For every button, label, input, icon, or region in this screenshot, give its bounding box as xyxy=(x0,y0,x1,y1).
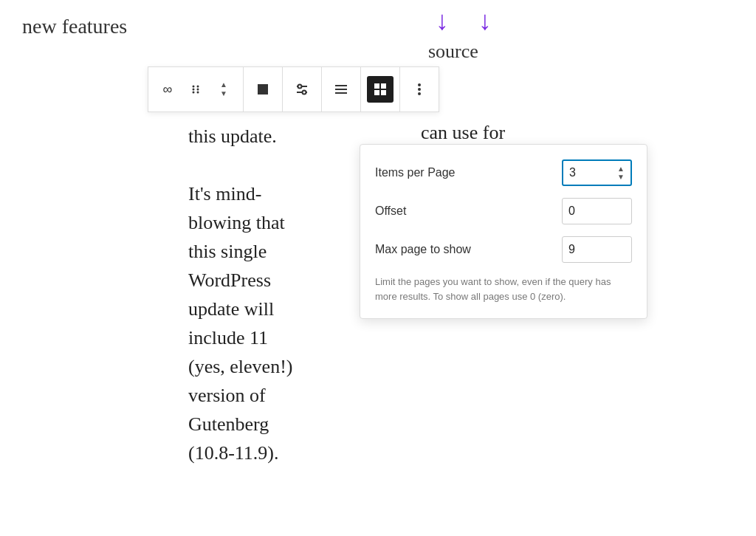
toolbar-group-3 xyxy=(283,67,322,111)
bg-text-left: new features xyxy=(0,0,354,53)
toolbar-group-6 xyxy=(400,67,439,111)
svg-point-2 xyxy=(193,92,195,94)
toolbar-group-1: ∞ ▲ ▼ xyxy=(148,67,244,111)
offset-row: Offset xyxy=(375,198,632,224)
spinner-up-icon[interactable]: ▲ xyxy=(617,165,625,173)
arrow-indicators: ↓ ↓ xyxy=(436,7,492,34)
svg-point-1 xyxy=(193,89,195,91)
list-button[interactable] xyxy=(328,76,354,103)
more-button[interactable] xyxy=(406,76,433,103)
help-text: Limit the pages you want to show, even i… xyxy=(375,275,632,303)
grid-button[interactable] xyxy=(367,76,394,103)
svg-rect-15 xyxy=(335,89,337,90)
max-page-label: Max page to show xyxy=(375,243,471,256)
right-arrow-icon: ↓ xyxy=(478,7,492,34)
svg-rect-23 xyxy=(374,90,379,95)
square-button[interactable] xyxy=(250,76,276,103)
svg-rect-6 xyxy=(258,84,268,95)
toolbar-group-5 xyxy=(361,67,400,111)
items-per-page-value: 3 xyxy=(569,166,576,179)
svg-point-5 xyxy=(197,92,199,94)
svg-point-4 xyxy=(197,89,199,91)
svg-point-27 xyxy=(418,92,421,95)
new-features-text: new features xyxy=(22,15,127,38)
popup-panel: Items per Page 3 ▲ ▼ Offset Max page to … xyxy=(360,144,647,319)
infinity-button[interactable]: ∞ xyxy=(154,76,181,103)
body-text: this update.It's mind-blowing thatthis s… xyxy=(188,122,347,467)
toolbar-group-4 xyxy=(322,67,361,111)
spinner-arrows: ▲ ▼ xyxy=(617,165,625,181)
items-per-page-label: Items per Page xyxy=(375,166,456,179)
svg-point-0 xyxy=(193,86,195,88)
offset-input[interactable] xyxy=(562,198,632,224)
svg-point-9 xyxy=(298,85,302,89)
svg-rect-21 xyxy=(374,83,379,89)
svg-point-10 xyxy=(303,91,306,95)
right-text-top: can use for xyxy=(421,122,505,144)
drag-button[interactable] xyxy=(182,76,209,103)
toolbar: ∞ ▲ ▼ xyxy=(148,66,439,112)
items-per-page-row: Items per Page 3 ▲ ▼ xyxy=(375,159,632,186)
svg-rect-24 xyxy=(381,90,386,95)
page-container: ↓ ↓ new features source ∞ ▲ ▼ xyxy=(0,0,756,536)
svg-point-3 xyxy=(197,86,199,88)
move-button[interactable]: ▲ ▼ xyxy=(210,76,237,103)
svg-rect-22 xyxy=(381,83,386,89)
items-per-page-input[interactable]: 3 ▲ ▼ xyxy=(562,159,632,186)
spinner-down-icon[interactable]: ▼ xyxy=(617,173,625,181)
source-label: source xyxy=(428,41,478,63)
svg-rect-16 xyxy=(335,92,337,94)
svg-point-26 xyxy=(418,88,421,91)
max-page-row: Max page to show xyxy=(375,236,632,263)
svg-point-25 xyxy=(418,83,421,86)
svg-rect-14 xyxy=(335,85,337,86)
sliders-button[interactable] xyxy=(289,76,315,103)
body-text-content: this update.It's mind-blowing thatthis s… xyxy=(188,126,292,464)
max-page-input[interactable] xyxy=(562,236,632,263)
offset-label: Offset xyxy=(375,205,406,218)
toolbar-group-2 xyxy=(244,67,283,111)
left-arrow-icon: ↓ xyxy=(436,7,449,34)
